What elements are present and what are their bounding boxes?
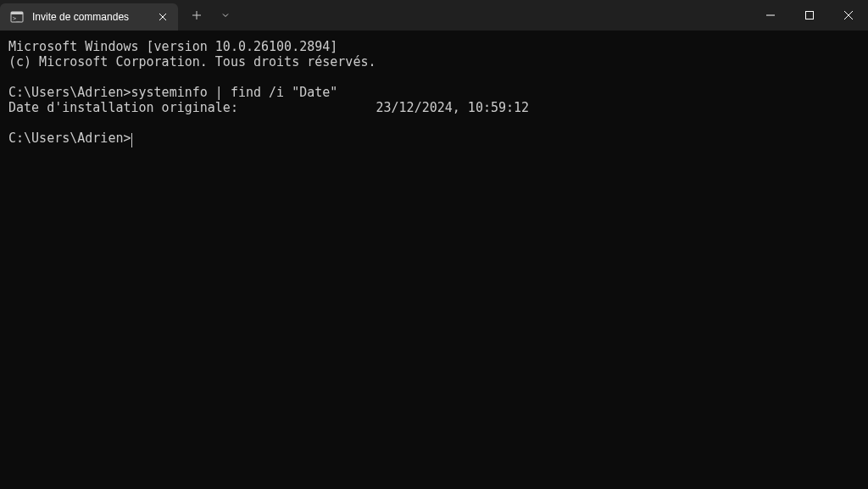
terminal-header-line: Microsoft Windows [version 10.0.26100.28… [8,39,337,54]
svg-text:>_: >_ [13,15,20,22]
tab-actions [178,0,244,31]
window-controls [751,0,868,31]
terminal-output-label: Date d'installation originale: [8,100,238,115]
tab-title: Invite de commandes [32,11,147,23]
tab-close-button[interactable] [156,10,170,24]
terminal-prompt: C:\Users\Adrien> [8,131,131,146]
close-icon [159,13,167,21]
terminal-output[interactable]: Microsoft Windows [version 10.0.26100.28… [0,31,868,154]
svg-rect-8 [806,12,814,19]
terminal-copyright-line: (c) Microsoft Corporation. Tous droits r… [8,54,376,69]
cursor [131,133,133,147]
terminal-output-value: 23/12/2024, 10:59:12 [376,100,530,115]
svg-rect-1 [11,12,23,14]
minimize-button[interactable] [751,0,790,31]
plus-icon [192,10,202,20]
titlebar: >_ Invite de commandes [0,0,868,31]
maximize-icon [805,11,814,19]
new-tab-button[interactable] [183,3,210,27]
terminal-command: systeminfo | find /i "Date" [131,85,338,100]
close-icon [844,11,853,19]
terminal-prompt: C:\Users\Adrien> [8,85,131,100]
titlebar-drag-area[interactable] [244,0,751,31]
tab-command-prompt[interactable]: >_ Invite de commandes [0,3,178,31]
close-window-button[interactable] [829,0,868,31]
maximize-button[interactable] [790,0,829,31]
tab-dropdown-button[interactable] [212,3,239,27]
chevron-down-icon [221,11,230,19]
minimize-icon [766,11,775,19]
terminal-icon: >_ [10,10,24,24]
